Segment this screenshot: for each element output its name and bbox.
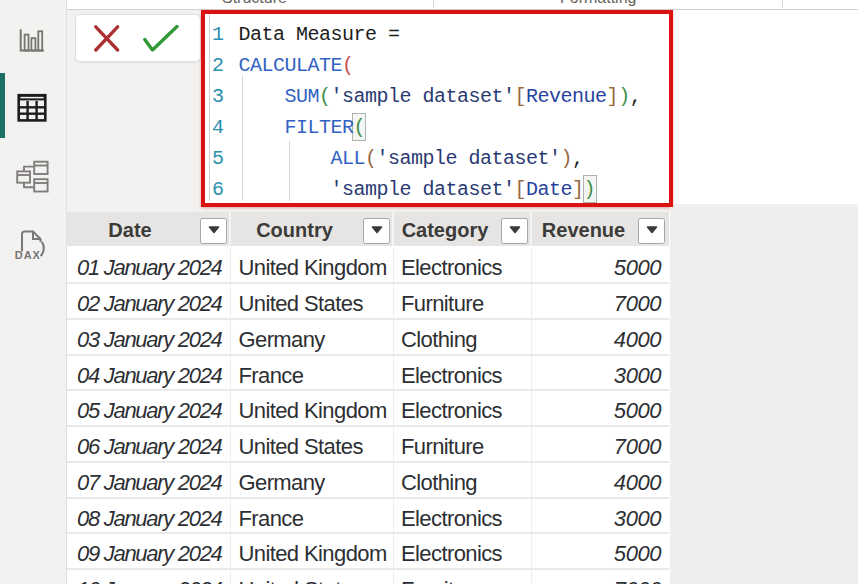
svg-text:DAX: DAX <box>15 249 41 261</box>
